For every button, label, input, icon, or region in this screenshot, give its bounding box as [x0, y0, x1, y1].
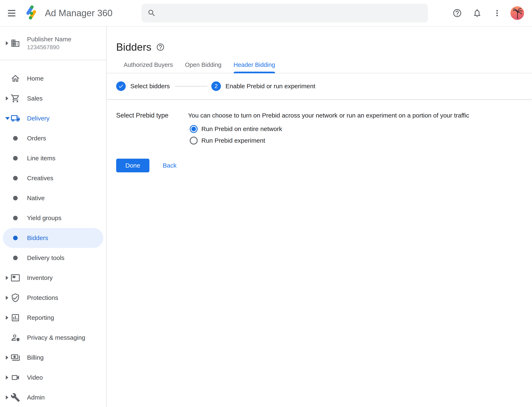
- sidebar-item-native[interactable]: Native: [0, 188, 106, 208]
- expand-arrow-icon[interactable]: [6, 355, 9, 360]
- collapse-arrow-icon[interactable]: [6, 117, 9, 120]
- billing-icon: [10, 353, 20, 362]
- tab-header-bidding[interactable]: Header Bidding: [234, 62, 275, 73]
- publisher-switcher[interactable]: Publisher Name 1234567890: [0, 27, 106, 60]
- sidebar-item-bidders[interactable]: Bidders: [3, 228, 103, 248]
- video-camera-icon: [10, 373, 20, 382]
- notifications-button[interactable]: [470, 6, 485, 21]
- sidebar-item-inventory[interactable]: Inventory: [0, 268, 106, 288]
- radio-run-prebid-experiment[interactable]: Run Prebid experiment: [190, 135, 469, 146]
- expand-arrow-icon[interactable]: [6, 395, 9, 399]
- global-search[interactable]: [142, 4, 428, 23]
- sidebar-item-billing[interactable]: Billing: [0, 348, 106, 368]
- back-link[interactable]: Back: [159, 160, 180, 171]
- page-help-button[interactable]: [156, 43, 165, 52]
- truck-icon: [10, 114, 20, 123]
- step-number-badge: 2: [211, 81, 221, 91]
- expand-arrow-icon[interactable]: [6, 296, 9, 300]
- bullet-icon: [10, 136, 20, 141]
- form-actions: Done Back: [107, 159, 532, 172]
- radio-run-prebid-entire-network[interactable]: Run Prebid on entire network: [190, 124, 469, 134]
- report-chart-icon: [10, 313, 20, 322]
- sidebar-item-admin[interactable]: Admin: [0, 387, 106, 407]
- header-actions: [445, 6, 524, 21]
- expand-arrow-icon[interactable]: [6, 316, 9, 320]
- search-input[interactable]: [161, 4, 422, 23]
- sidebar-item-sales[interactable]: Sales: [0, 88, 106, 108]
- help-icon: [452, 8, 462, 18]
- bell-icon: [472, 8, 482, 18]
- step-connector: [175, 86, 208, 86]
- sidebar-item-line-items[interactable]: Line items: [0, 148, 106, 168]
- wrench-icon: [10, 393, 20, 402]
- stepper: Select bidders 2 Enable Prebid or run ex…: [107, 73, 532, 99]
- bullet-icon: [10, 256, 20, 260]
- step-complete-check-icon: [116, 81, 126, 91]
- sidebar-item-protections[interactable]: Protections: [0, 288, 106, 308]
- expand-arrow-icon[interactable]: [6, 276, 9, 280]
- expand-arrow-icon[interactable]: [6, 96, 9, 101]
- bullet-icon: [10, 176, 20, 180]
- ad-manager-logo-icon: [24, 4, 40, 22]
- tab-open-bidding[interactable]: Open Bidding: [185, 62, 222, 73]
- sidebar-item-delivery[interactable]: Delivery: [0, 108, 106, 128]
- sidebar: Publisher Name 1234567890 Home Sales Del…: [0, 27, 107, 407]
- prebid-type-radio-group: Run Prebid on entire network Run Prebid …: [188, 124, 469, 146]
- radio-unselected-icon[interactable]: [190, 137, 198, 145]
- help-icon: [156, 43, 165, 52]
- kebab-menu-icon: [492, 8, 502, 18]
- sidebar-item-yield-groups[interactable]: Yield groups: [0, 208, 106, 228]
- page-title: Bidders: [116, 41, 152, 53]
- step-enable-prebid[interactable]: 2 Enable Prebid or run experiment: [211, 81, 315, 91]
- home-icon: [10, 74, 20, 83]
- form-description: You can choose to turn on Prebid across …: [188, 111, 469, 120]
- sidebar-item-orders[interactable]: Orders: [0, 128, 106, 148]
- app-header: Ad Manager 360: [0, 0, 532, 27]
- tab-bar: Authorized Buyers Open Bidding Header Bi…: [107, 62, 532, 73]
- publisher-id: 1234567890: [27, 44, 71, 51]
- product-name: Ad Manager 360: [45, 8, 113, 18]
- prebid-type-form: Select Prebid type You can choose to tur…: [107, 111, 532, 146]
- sidebar-item-video[interactable]: Video: [0, 368, 106, 387]
- shield-check-icon: [10, 293, 20, 303]
- main-content: Bidders Authorized Buyers Open Bidding H…: [107, 27, 532, 407]
- help-button[interactable]: [450, 6, 465, 21]
- sidebar-item-privacy-messaging[interactable]: Privacy & messaging: [0, 328, 106, 348]
- step-select-bidders[interactable]: Select bidders: [116, 81, 170, 91]
- sidebar-item-reporting[interactable]: Reporting: [0, 308, 106, 328]
- expand-arrow-icon[interactable]: [6, 376, 9, 380]
- main-menu-button[interactable]: [4, 6, 19, 21]
- inventory-icon: [10, 273, 20, 283]
- form-field-label: Select Prebid type: [116, 111, 188, 146]
- building-icon: [10, 39, 20, 48]
- search-icon: [147, 9, 156, 17]
- bullet-icon: [10, 236, 20, 240]
- bullet-icon: [10, 196, 20, 200]
- bullet-icon: [10, 156, 20, 161]
- radio-selected-icon[interactable]: [190, 125, 198, 133]
- sidebar-item-home[interactable]: Home: [0, 69, 106, 88]
- expand-arrow-icon[interactable]: [6, 41, 9, 45]
- avatar[interactable]: [510, 6, 524, 20]
- publisher-name: Publisher Name: [27, 36, 71, 43]
- done-button[interactable]: Done: [116, 159, 149, 172]
- tab-authorized-buyers[interactable]: Authorized Buyers: [124, 62, 173, 73]
- cart-icon: [10, 94, 20, 103]
- sidebar-item-delivery-tools[interactable]: Delivery tools: [0, 248, 106, 268]
- sidebar-item-creatives[interactable]: Creatives: [0, 168, 106, 188]
- more-options-button[interactable]: [490, 6, 505, 21]
- bullet-icon: [10, 216, 20, 220]
- privacy-person-icon: [10, 333, 20, 342]
